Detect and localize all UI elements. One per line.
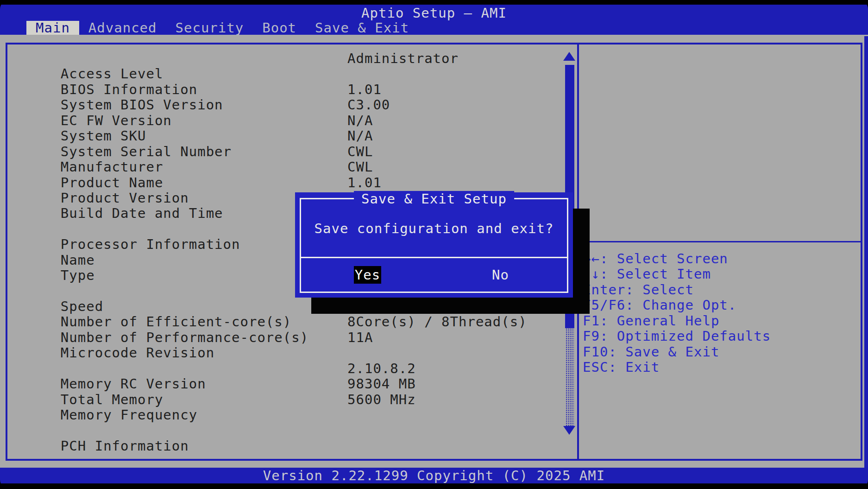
row-value: 1.01: [347, 82, 382, 97]
page-title: Aptio Setup – AMI: [0, 5, 868, 22]
row-value: 2.10.8.2: [347, 361, 416, 376]
tab-save-exit[interactable]: Save & Exit: [306, 21, 418, 35]
help-key-item: →←: Select Screen: [583, 251, 771, 267]
scrollbar-track[interactable]: [566, 328, 574, 426]
help-key-item: F10: Save & Exit: [583, 344, 771, 360]
table-row: [7, 345, 563, 361]
tab-advanced[interactable]: Advanced: [79, 21, 166, 35]
row-label: PCH Information: [61, 438, 189, 454]
table-row: EC FW Version C3.00: [7, 97, 563, 113]
dialog-title: Save & Exit Setup: [354, 191, 514, 207]
row-value: Administrator: [347, 51, 459, 66]
dialog-buttons: Yes No: [301, 258, 567, 292]
row-value: CWL: [347, 144, 373, 159]
table-row: Microcode Revision 11A: [7, 330, 563, 345]
help-panel-divider: [579, 241, 861, 242]
no-button[interactable]: No: [492, 267, 509, 283]
right-edge-strip: [864, 36, 868, 468]
table-row: Memory RC Version 2.10.8.2: [7, 361, 563, 376]
no-button-cell: No: [434, 267, 567, 283]
table-row: Memory Frequency 5600 MHz: [7, 392, 563, 407]
table-row: System BIOS Version 1.01: [7, 82, 563, 97]
scroll-down-icon[interactable]: [563, 426, 575, 435]
scroll-up-icon[interactable]: [563, 52, 575, 61]
row-value: CWL: [347, 159, 373, 175]
yes-button[interactable]: Yes: [354, 266, 381, 284]
table-row: BIOS Information: [7, 66, 563, 82]
table-row: System Serial Number N/A: [7, 128, 563, 144]
row-value: 8Core(s) / 8Thread(s): [347, 314, 527, 330]
help-key-item: ↑↓: Select Item: [583, 267, 771, 282]
version-bar: Version 2.22.1299 Copyright (C) 2025 AMI: [0, 468, 868, 483]
row-value: N/A: [347, 128, 373, 144]
bios-screen: Aptio Setup – AMI Main Advanced Security…: [0, 0, 868, 489]
tab-boot[interactable]: Boot: [253, 21, 306, 35]
tab-main[interactable]: Main: [26, 21, 79, 35]
menu-tab-bar: Main Advanced Security Boot Save & Exit: [26, 21, 418, 35]
header-bar: Aptio Setup – AMI Main Advanced Security…: [0, 5, 868, 35]
dialog-shadow: [311, 298, 590, 314]
table-row: Manufacturer CWL: [7, 144, 563, 159]
row-value: 11A: [347, 330, 373, 345]
table-row: PCH Information: [7, 423, 563, 438]
table-row: Product Version 1.01: [7, 175, 563, 191]
dialog-border: Save & Exit Setup Save configuration and…: [300, 198, 568, 293]
help-key-item: F9: Optimized Defaults: [583, 329, 771, 344]
table-row: Access Level Administrator: [7, 51, 563, 66]
row-value: 1.01: [347, 175, 382, 191]
row-value: 98304 MB: [347, 376, 416, 392]
row-value: C3.00: [347, 97, 390, 113]
row-value: N/A: [347, 113, 373, 128]
help-key-item: F1: General Help: [583, 313, 771, 329]
row-value: 5600 MHz: [347, 392, 416, 407]
help-key-item: F5/F6: Change Opt.: [583, 298, 771, 313]
table-row: Total Memory 98304 MB: [7, 376, 563, 392]
table-row: [7, 407, 563, 423]
save-exit-dialog: Save & Exit Setup Save configuration and…: [295, 192, 573, 298]
tab-security[interactable]: Security: [166, 21, 253, 35]
table-row: Product Name CWL: [7, 159, 563, 175]
help-key-item: ESC: Exit: [583, 360, 771, 375]
help-key-item: Enter: Select: [583, 282, 771, 298]
table-row: System SKU N/A: [7, 113, 563, 128]
dialog-message: Save configuration and exit?: [301, 221, 567, 236]
yes-button-cell: Yes: [301, 267, 434, 283]
table-row: Number of Performance-core(s) 8Core(s) /…: [7, 314, 563, 330]
help-key-legend: →←: Select Screen ↑↓: Select Item Enter:…: [583, 251, 771, 375]
